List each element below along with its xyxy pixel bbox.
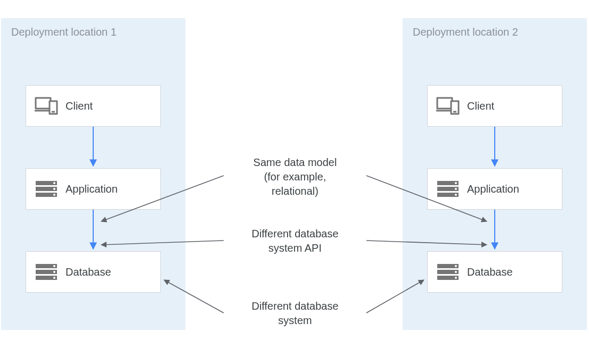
client-node-right: Client [427, 85, 562, 127]
database-node-left: Database [26, 251, 161, 293]
svg-point-29 [455, 265, 457, 267]
annotation-diff-system: Different databasesystem [226, 299, 364, 328]
svg-rect-0 [36, 98, 51, 109]
client-node-left: Client [26, 85, 161, 127]
svg-point-15 [53, 277, 55, 279]
region-2-title: Deployment location 2 [413, 26, 577, 38]
svg-point-24 [455, 188, 457, 190]
svg-point-23 [455, 182, 457, 184]
svg-point-9 [53, 194, 55, 196]
client-label-right: Client [467, 100, 494, 112]
svg-point-8 [53, 188, 55, 190]
annotation-diff-api: Different databasesystem API [226, 227, 364, 255]
database-node-right: Database [427, 251, 562, 293]
svg-point-31 [455, 277, 457, 279]
server-icon [35, 263, 58, 281]
application-label-left: Application [66, 183, 118, 195]
devices-icon [35, 97, 58, 115]
application-label-right: Application [467, 183, 519, 195]
svg-point-25 [455, 194, 457, 196]
database-label-right: Database [467, 266, 513, 278]
svg-point-30 [455, 271, 457, 273]
client-label-left: Client [66, 100, 93, 112]
svg-point-7 [53, 182, 55, 184]
server-icon [35, 180, 58, 198]
server-icon [436, 263, 460, 281]
database-label-left: Database [66, 266, 111, 278]
region-1-title: Deployment location 1 [11, 26, 175, 38]
application-node-left: Application [26, 168, 161, 210]
svg-rect-16 [437, 98, 452, 109]
annotation-same-model: Same data model(for example,relational) [226, 155, 364, 198]
application-node-right: Application [427, 168, 562, 210]
server-icon [436, 180, 460, 198]
svg-point-14 [53, 271, 55, 273]
devices-icon [436, 97, 460, 115]
svg-point-13 [53, 265, 55, 267]
